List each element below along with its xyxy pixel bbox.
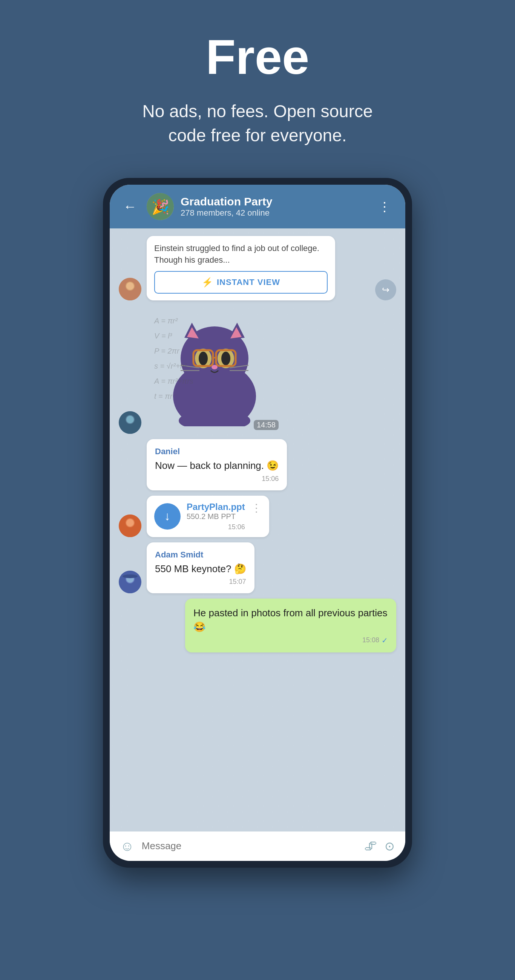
input-bar: ☺ 🖇 ⊙ bbox=[110, 832, 405, 861]
phone-screen: ← 🎉 Graduation Party 278 members, 42 onl… bbox=[110, 185, 405, 861]
menu-button[interactable]: ⋮ bbox=[375, 197, 395, 216]
avatar bbox=[119, 278, 141, 301]
hero-title: Free bbox=[15, 30, 500, 84]
sticker-time: 14:58 bbox=[254, 420, 279, 430]
lightning-icon: ⚡ bbox=[202, 277, 213, 288]
chat-body: Einstein struggled to find a job out of … bbox=[110, 228, 405, 832]
text-bubble: Daniel Now — back to planning. 😉 15:06 bbox=[147, 439, 287, 490]
svg-point-39 bbox=[123, 574, 138, 578]
text-bubble-self: He pasted in photos from all previous pa… bbox=[185, 598, 396, 652]
sticker-container: A = πr² V = l³ P = 2πr s = √r²+h² A = πr… bbox=[147, 306, 282, 434]
file-menu-button[interactable]: ⋮ bbox=[251, 502, 261, 514]
attach-button[interactable]: 🖇 bbox=[364, 838, 377, 853]
instant-view-button[interactable]: ⚡ INSTANT VIEW bbox=[154, 271, 328, 294]
link-bubble: Einstein struggled to find a job out of … bbox=[147, 236, 335, 301]
bubble-time: 15:08 ✓ bbox=[193, 636, 388, 645]
group-members: 278 members, 42 online bbox=[180, 208, 368, 218]
phone-wrapper: ← 🎉 Graduation Party 278 members, 42 onl… bbox=[103, 178, 412, 868]
hero-subtitle: No ads, no fees. Open sourcecode free fo… bbox=[15, 99, 500, 148]
group-name: Graduation Party bbox=[180, 195, 368, 208]
sticker-row: A = πr² V = l³ P = 2πr s = √r²+h² A = πr… bbox=[119, 306, 396, 434]
bubble-text: He pasted in photos from all previous pa… bbox=[193, 606, 388, 633]
message-input[interactable] bbox=[142, 840, 357, 852]
file-name: PartyPlan.ppt bbox=[187, 502, 245, 512]
forward-icon: ↪ bbox=[382, 285, 389, 295]
group-info: Graduation Party 278 members, 42 online bbox=[180, 195, 368, 218]
bubble-time: 15:06 bbox=[187, 523, 245, 531]
file-info: PartyPlan.ppt 550.2 MB PPT 15:06 bbox=[187, 502, 245, 531]
read-check: ✓ bbox=[381, 636, 388, 645]
math-background: A = πr² V = l³ P = 2πr s = √r²+h² A = πr… bbox=[147, 306, 282, 434]
text-bubble: Adam Smidt 550 MB keynote? 🤔 15:07 bbox=[147, 542, 255, 593]
file-download-button[interactable]: ↓ bbox=[154, 503, 180, 530]
back-button[interactable]: ← bbox=[120, 197, 140, 216]
sender-name: Daniel bbox=[155, 447, 279, 457]
avatar bbox=[119, 411, 141, 434]
instant-view-label: INSTANT VIEW bbox=[217, 277, 280, 287]
camera-button[interactable]: ⊙ bbox=[384, 839, 395, 853]
link-preview-text: Einstein struggled to find a job out of … bbox=[154, 243, 328, 266]
svg-text:🎉: 🎉 bbox=[151, 198, 170, 216]
phone-shell: ← 🎉 Graduation Party 278 members, 42 onl… bbox=[103, 178, 412, 868]
download-icon: ↓ bbox=[164, 509, 171, 523]
avatar bbox=[119, 571, 141, 593]
file-size: 550.2 MB PPT bbox=[187, 512, 245, 521]
svg-point-5 bbox=[126, 282, 134, 290]
message-row: ↓ PartyPlan.ppt 550.2 MB PPT 15:06 ⋮ bbox=[119, 496, 396, 537]
message-row: Daniel Now — back to planning. 😉 15:06 bbox=[119, 439, 396, 490]
message-row: Adam Smidt 550 MB keynote? 🤔 15:07 bbox=[119, 542, 396, 593]
message-row: Einstein struggled to find a job out of … bbox=[119, 236, 396, 301]
svg-point-33 bbox=[126, 519, 134, 527]
emoji-button[interactable]: ☺ bbox=[120, 838, 134, 854]
svg-point-9 bbox=[126, 416, 134, 423]
sender-name: Adam Smidt bbox=[155, 550, 246, 560]
bubble-time: 15:06 bbox=[155, 475, 279, 483]
bubble-text: Now — back to planning. 😉 bbox=[155, 459, 279, 472]
chat-header: ← 🎉 Graduation Party 278 members, 42 onl… bbox=[110, 185, 405, 228]
hero-section: Free No ads, no fees. Open sourcecode fr… bbox=[0, 0, 515, 170]
group-avatar: 🎉 bbox=[147, 193, 174, 220]
avatar bbox=[119, 514, 141, 537]
bubble-time: 15:07 bbox=[155, 578, 246, 586]
forward-button[interactable]: ↪ bbox=[375, 279, 396, 301]
bubble-text: 550 MB keynote? 🤔 bbox=[155, 562, 246, 576]
file-bubble: ↓ PartyPlan.ppt 550.2 MB PPT 15:06 ⋮ bbox=[147, 496, 269, 537]
message-row-self: He pasted in photos from all previous pa… bbox=[119, 598, 396, 652]
